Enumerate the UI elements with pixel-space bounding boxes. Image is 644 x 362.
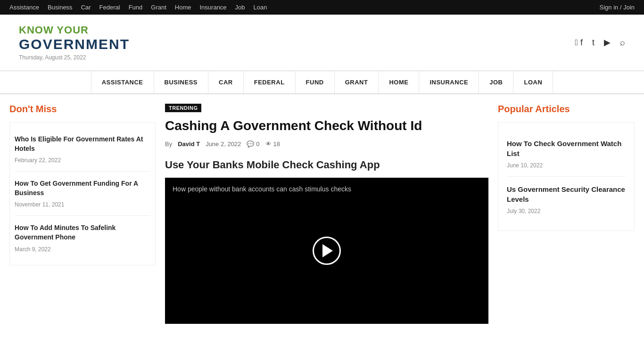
- top-bar: Assistance Business Car Federal Fund Gra…: [0, 0, 644, 15]
- logo-area: KNOW YOUR GOVERNMENT Thursday, August 25…: [19, 24, 130, 61]
- popular-card: How To Check Government Watch List June …: [498, 122, 635, 231]
- comment-icon: 💬: [247, 140, 254, 148]
- right-sidebar: Popular Articles How To Check Government…: [498, 104, 635, 324]
- main-nav: ASSISTANCE BUSINESS CAR FEDERAL FUND GRA…: [0, 71, 644, 94]
- list-item: Who Is Eligible For Government Rates At …: [15, 127, 150, 172]
- twitter-icon[interactable]: t: [592, 38, 594, 48]
- logo-date: Thursday, August 25, 2022: [19, 54, 130, 61]
- nav-grant[interactable]: GRANT: [335, 71, 379, 93]
- topbar-link-federal[interactable]: Federal: [99, 4, 120, 11]
- nav-home[interactable]: HOME: [379, 71, 419, 93]
- sign-in-link[interactable]: Sign in / Join: [600, 4, 635, 11]
- video-section-title: Use Your Banks Mobile Check Cashing App: [165, 159, 488, 171]
- dont-miss-title: Don't Miss: [9, 104, 156, 115]
- topbar-link-home[interactable]: Home: [175, 4, 191, 11]
- topbar-link-insurance[interactable]: Insurance: [200, 4, 227, 11]
- topbar-link-fund[interactable]: Fund: [129, 4, 143, 11]
- popular-date-2: July 30, 2022: [507, 208, 540, 214]
- article-date: June 2, 2022: [206, 140, 241, 148]
- topbar-link-car[interactable]: Car: [81, 4, 91, 11]
- topbar-link-job[interactable]: Job: [235, 4, 245, 11]
- topbar-link-grant[interactable]: Grant: [151, 4, 166, 11]
- logo-know: KNOW YOUR: [19, 24, 130, 36]
- header: KNOW YOUR GOVERNMENT Thursday, August 25…: [0, 15, 644, 71]
- popular-article-link-2[interactable]: Us Government Security Clearance Levels: [507, 185, 625, 203]
- top-bar-links: Assistance Business Car Federal Fund Gra…: [9, 4, 267, 11]
- main-content: TRENDING Cashing A Government Check With…: [165, 104, 488, 324]
- sidebar-article-link-3[interactable]: How To Add Minutes To Safelink Governmen…: [15, 224, 116, 241]
- header-icons:  f t ▶ ⌕: [575, 37, 625, 48]
- list-item: How To Check Government Watch List June …: [507, 131, 626, 177]
- topbar-link-business[interactable]: Business: [48, 4, 73, 11]
- nav-car[interactable]: CAR: [208, 71, 244, 93]
- list-item: How To Get Government Funding For A Busi…: [15, 172, 150, 216]
- by-label: By: [165, 140, 172, 148]
- youtube-icon[interactable]: ▶: [604, 37, 611, 48]
- sidebar-article-link-2[interactable]: How To Get Government Funding For A Busi…: [15, 180, 138, 197]
- popular-article-link-1[interactable]: How To Check Government Watch List: [507, 140, 621, 157]
- play-button[interactable]: [313, 237, 341, 265]
- sidebar-articles: Who Is Eligible For Government Rates At …: [9, 122, 156, 265]
- trending-badge: TRENDING: [165, 104, 201, 112]
- video-container[interactable]: How people without bank accounts can cas…: [165, 178, 488, 324]
- play-triangle-icon: [322, 244, 333, 257]
- list-item: Us Government Security Clearance Levels …: [507, 177, 626, 222]
- facebook-icon[interactable]:  f: [575, 38, 583, 48]
- nav-loan[interactable]: LOAN: [513, 71, 553, 93]
- topbar-link-assistance[interactable]: Assistance: [9, 4, 39, 11]
- nav-federal[interactable]: FEDERAL: [244, 71, 296, 93]
- sidebar-article-link-1[interactable]: Who Is Eligible For Government Rates At …: [15, 135, 143, 152]
- nav-insurance[interactable]: INSURANCE: [419, 71, 479, 93]
- video-caption: How people without bank accounts can cas…: [173, 185, 351, 193]
- article-title: Cashing A Government Check Without Id: [165, 118, 488, 134]
- author-name[interactable]: David T: [178, 140, 200, 148]
- comment-count: 💬 0: [247, 140, 259, 148]
- logo-gov: GOVERNMENT: [19, 36, 130, 52]
- nav-job[interactable]: JOB: [479, 71, 513, 93]
- eye-icon: 👁: [265, 140, 272, 148]
- sidebar-date-1: February 22, 2022: [15, 157, 61, 164]
- left-sidebar: Don't Miss Who Is Eligible For Governmen…: [9, 104, 156, 324]
- list-item: How To Add Minutes To Safelink Governmen…: [15, 216, 150, 260]
- search-icon[interactable]: ⌕: [620, 38, 625, 48]
- view-count: 👁 18: [265, 140, 280, 148]
- nav-fund[interactable]: FUND: [296, 71, 335, 93]
- popular-title: Popular Articles: [498, 104, 635, 115]
- article-meta: By David T June 2, 2022 💬 0 👁 18: [165, 140, 488, 148]
- nav-assistance[interactable]: ASSISTANCE: [91, 71, 154, 93]
- nav-business[interactable]: BUSINESS: [154, 71, 208, 93]
- sidebar-date-3: March 9, 2022: [15, 246, 51, 253]
- popular-date-1: June 10, 2022: [507, 162, 543, 169]
- content-wrapper: Don't Miss Who Is Eligible For Governmen…: [0, 94, 644, 324]
- topbar-link-loan[interactable]: Loan: [254, 4, 267, 11]
- sidebar-date-2: November 11, 2021: [15, 201, 64, 208]
